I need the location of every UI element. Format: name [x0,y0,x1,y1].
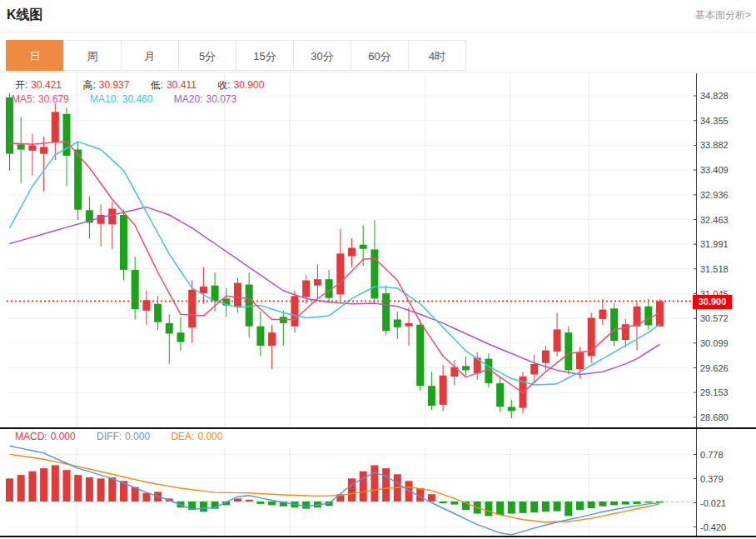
ma10-value: 30.460 [122,93,153,105]
low-label: 低: [151,79,163,91]
svg-text:34.828: 34.828 [700,91,729,101]
ohlc-row: 开:30.421 高:30.937 低:30.411 收:30.900 [15,78,267,92]
macd-label: MACD: [15,431,47,442]
svg-text:30.099: 30.099 [700,338,729,348]
svg-text:31.991: 31.991 [700,239,729,249]
svg-text:0.379: 0.379 [700,474,724,484]
header-divider [0,32,756,32]
dea-label: DEA: [171,431,194,442]
svg-text:28.680: 28.680 [700,412,729,422]
svg-text:-0.021: -0.021 [700,498,726,508]
diff-value: 0.000 [125,431,150,442]
diff-label: DIFF: [97,431,122,442]
period-tabbar: 日周月5分15分30分60分4时 [6,40,466,71]
ma10-label: MA10: [90,93,119,105]
ma-row: MA5:30.679 MA10:30.460 MA20:30.073 [12,93,240,105]
tab-period-1[interactable]: 日 [6,40,64,71]
tab-period-4[interactable]: 5分 [178,40,236,71]
svg-text:29.153: 29.153 [700,387,729,397]
svg-text:33.882: 33.882 [700,140,729,150]
macd-row: MACD:0.000 DIFF:0.000 DEA:0.000 [15,431,226,442]
svg-text:31.518: 31.518 [700,264,729,274]
svg-text:32.936: 32.936 [700,190,729,200]
high-value: 30.937 [99,79,130,91]
macd-value: 0.000 [51,431,76,442]
high-label: 高: [82,79,95,91]
tab-period-6[interactable]: 30分 [293,40,351,71]
tabbar-underline [0,72,756,72]
svg-text:0.778: 0.778 [700,450,724,460]
page-title: K线图 [7,7,43,24]
close-label: 收: [217,79,230,91]
ma20-label: MA20: [174,93,203,105]
svg-text:-0.420: -0.420 [700,522,726,532]
fundamental-analysis-link[interactable]: 基本面分析> [695,8,751,22]
svg-text:29.626: 29.626 [700,363,729,373]
open-value: 30.421 [31,79,62,91]
ma20-value: 30.073 [206,93,236,105]
svg-text:30.572: 30.572 [700,313,729,323]
svg-text:33.409: 33.409 [700,165,729,175]
low-value: 30.411 [167,79,196,91]
svg-text:32.463: 32.463 [700,215,729,225]
svg-text:34.355: 34.355 [700,116,729,126]
dea-value: 0.000 [197,431,222,442]
open-label: 开: [15,79,27,91]
ma5-label: MA5: [12,93,35,105]
close-value: 30.900 [234,79,265,91]
tab-period-3[interactable]: 月 [121,40,179,71]
tab-period-2[interactable]: 周 [63,40,122,71]
current-price-badge: 30.900 [693,295,732,309]
ma5-value: 30.679 [38,93,69,105]
tab-period-8[interactable]: 4时 [408,40,466,71]
tab-period-5[interactable]: 15分 [236,40,294,71]
tab-period-7[interactable]: 60分 [351,40,409,71]
